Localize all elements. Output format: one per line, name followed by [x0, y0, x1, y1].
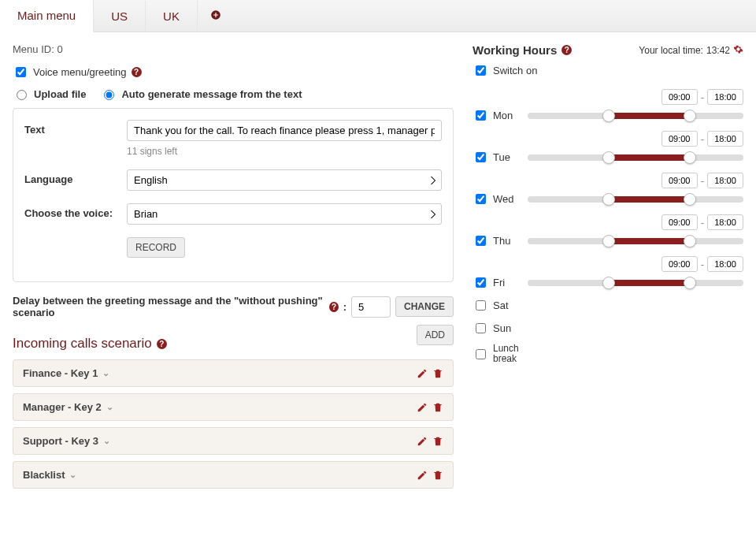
- help-icon[interactable]: ?: [157, 339, 167, 349]
- scenario-item[interactable]: Finance - Key 1 ⌄: [13, 359, 454, 387]
- auto-generate-radio[interactable]: [104, 90, 114, 100]
- edit-icon[interactable]: [417, 470, 428, 481]
- record-button[interactable]: RECORD: [127, 237, 185, 258]
- time-range-slider[interactable]: [528, 238, 743, 244]
- help-icon[interactable]: ?: [561, 45, 572, 55]
- day-checkbox[interactable]: [476, 110, 486, 121]
- add-tab-button[interactable]: [198, 2, 234, 31]
- slider-handle-from[interactable]: [602, 110, 615, 122]
- day-checkbox[interactable]: [476, 300, 486, 311]
- delete-icon[interactable]: [432, 470, 443, 481]
- local-time: Your local time: 13:42: [639, 44, 743, 57]
- working-hours-title: Working Hours ?: [472, 43, 572, 57]
- time-from-input[interactable]: [662, 173, 698, 188]
- day-checkbox[interactable]: [476, 277, 486, 288]
- slider-handle-from[interactable]: [602, 277, 615, 289]
- scenario-label: Support - Key 3: [23, 435, 98, 447]
- chevron-down-icon: ⌄: [106, 402, 113, 412]
- upload-file-label: Upload file: [34, 88, 86, 100]
- text-label: Text: [24, 120, 127, 136]
- add-scenario-button[interactable]: ADD: [417, 325, 454, 345]
- scenario-item[interactable]: Support - Key 3 ⌄: [13, 427, 454, 455]
- chevron-down-icon: ⌄: [69, 470, 76, 480]
- switch-on-label: Switch on: [493, 65, 537, 76]
- edit-icon[interactable]: [417, 402, 428, 413]
- message-text-input[interactable]: [127, 120, 442, 141]
- scenario-label: Blacklist: [23, 469, 65, 481]
- chevron-down-icon: ⌄: [102, 368, 109, 378]
- time-to-input[interactable]: [707, 173, 743, 188]
- time-from-input[interactable]: [662, 89, 698, 105]
- delete-icon[interactable]: [432, 436, 443, 447]
- menu-id-value: 0: [57, 43, 62, 55]
- slider-handle-from[interactable]: [602, 235, 615, 247]
- slider-handle-to[interactable]: [684, 110, 696, 122]
- day-label: Tue: [493, 151, 510, 163]
- voice-select[interactable]: Brian: [127, 203, 442, 225]
- scenario-list: Finance - Key 1 ⌄Manager - Key 2 ⌄Suppor…: [13, 359, 454, 489]
- voice-menu-label: Voice menu/greeting: [33, 66, 127, 78]
- time-to-input[interactable]: [707, 131, 743, 147]
- dash: -: [701, 259, 704, 270]
- tab-uk[interactable]: UK: [146, 1, 198, 32]
- slider-handle-to[interactable]: [684, 235, 696, 247]
- delay-input[interactable]: [351, 296, 391, 318]
- day-label: Mon: [493, 110, 513, 121]
- time-to-input[interactable]: [707, 89, 743, 105]
- slider-handle-to[interactable]: [684, 151, 696, 164]
- day-label: Sun: [493, 322, 511, 334]
- tab-main-menu[interactable]: Main menu: [0, 0, 94, 32]
- time-to-input[interactable]: [707, 256, 743, 272]
- time-range-slider[interactable]: [528, 196, 743, 203]
- time-range-slider[interactable]: [528, 154, 743, 161]
- delete-icon[interactable]: [432, 368, 443, 379]
- voice-label: Choose the voice:: [24, 203, 127, 219]
- dash: -: [701, 217, 704, 229]
- day-checkbox[interactable]: [476, 323, 486, 333]
- voice-menu-checkbox[interactable]: [16, 67, 26, 77]
- slider-handle-from[interactable]: [602, 193, 615, 206]
- edit-icon[interactable]: [417, 368, 428, 379]
- change-button[interactable]: CHANGE: [395, 296, 454, 317]
- slider-handle-to[interactable]: [684, 277, 696, 289]
- delay-label: Delay between the greeting message and t…: [13, 295, 324, 318]
- day-checkbox[interactable]: [476, 152, 486, 162]
- message-panel: Text 11 signs left Language English Choo…: [13, 108, 454, 282]
- lunch-break-label: Lunch break: [493, 344, 521, 364]
- auto-generate-label: Auto generate message from the text: [121, 88, 302, 100]
- tab-bar: Main menu US UK: [0, 0, 756, 32]
- day-label: Wed: [493, 193, 514, 205]
- menu-id-text: Menu ID:: [13, 43, 54, 55]
- slider-handle-from[interactable]: [602, 151, 615, 164]
- time-from-input[interactable]: [662, 256, 698, 272]
- day-checkbox[interactable]: [476, 236, 486, 246]
- language-select[interactable]: English: [127, 169, 442, 191]
- dash: -: [701, 133, 704, 145]
- upload-file-radio[interactable]: [17, 90, 27, 100]
- day-label: Sat: [493, 299, 509, 311]
- time-to-input[interactable]: [707, 214, 743, 230]
- language-label: Language: [24, 169, 127, 185]
- edit-icon[interactable]: [417, 436, 428, 447]
- time-from-input[interactable]: [662, 131, 698, 147]
- scenario-label: Finance - Key 1: [23, 367, 98, 379]
- scenario-item[interactable]: Manager - Key 2 ⌄: [13, 393, 454, 421]
- day-checkbox[interactable]: [476, 194, 486, 204]
- tab-us[interactable]: US: [94, 1, 146, 32]
- switch-on-checkbox[interactable]: [476, 65, 486, 76]
- plus-circle-icon: [210, 9, 221, 20]
- help-icon[interactable]: ?: [329, 302, 338, 312]
- chevron-down-icon: ⌄: [103, 436, 110, 446]
- dash: -: [701, 91, 704, 103]
- gear-icon[interactable]: [733, 44, 743, 57]
- help-icon[interactable]: ?: [132, 67, 142, 77]
- slider-handle-to[interactable]: [684, 193, 696, 206]
- time-from-input[interactable]: [662, 214, 698, 230]
- scenario-label: Manager - Key 2: [23, 401, 102, 413]
- scenario-item[interactable]: Blacklist ⌄: [13, 461, 454, 489]
- lunch-break-checkbox[interactable]: [476, 349, 486, 359]
- time-range-slider[interactable]: [528, 113, 743, 119]
- time-range-slider[interactable]: [528, 280, 743, 286]
- delete-icon[interactable]: [432, 402, 443, 413]
- incoming-scenario-title: Incoming calls scenario ?: [13, 336, 167, 352]
